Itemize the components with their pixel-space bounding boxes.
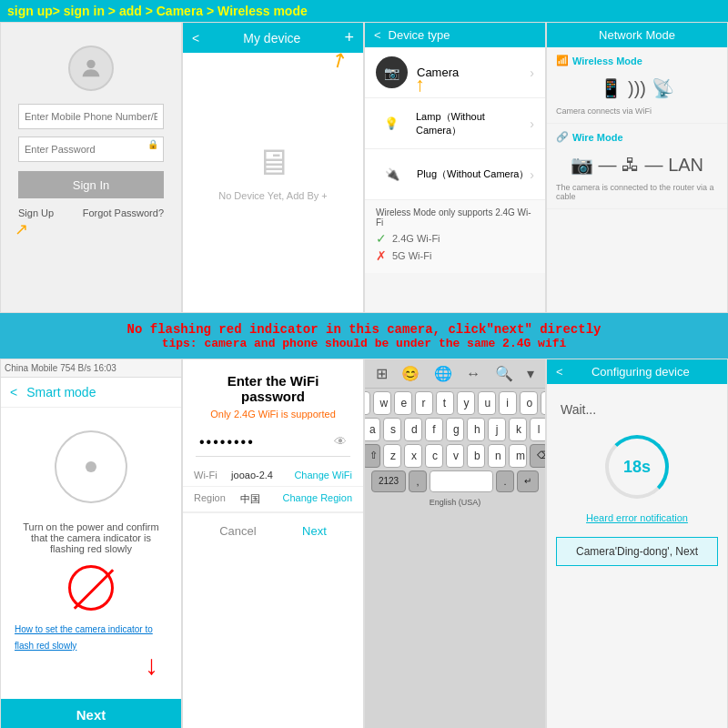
globe-tool-icon[interactable]: 🌐 [434, 365, 452, 382]
keyboard-lang: English (USA) [365, 495, 545, 510]
plug-label: Plug（Without Camera） [417, 167, 530, 181]
wifi-pwd-title: Enter the WiFi password [183, 359, 363, 409]
key-num[interactable]: 2123 [371, 470, 406, 492]
back-arrow-icon[interactable]: < [374, 28, 381, 42]
key-x[interactable]: x [404, 444, 422, 468]
signup-link[interactable]: Sign Up [18, 207, 54, 218]
smartmode-back[interactable]: < [10, 385, 17, 399]
key-shift[interactable]: ⇧ [364, 444, 380, 468]
change-region-btn[interactable]: Change Region [283, 492, 352, 506]
smartmode-titlebar: < Smart mode [1, 378, 181, 408]
flash-link-container: How to set the camera indicator to flash… [15, 620, 167, 652]
wifi-next-btn[interactable]: Next [302, 524, 327, 538]
emoji-tool-icon[interactable]: 😊 [401, 365, 420, 382]
devicetype-header: < Device type [365, 23, 545, 47]
grid-tool-icon[interactable]: ⊞ [376, 365, 388, 382]
back-icon[interactable]: < [192, 31, 199, 46]
key-u[interactable]: u [478, 391, 496, 415]
config-header: < Configuring device [547, 359, 727, 384]
next-button[interactable]: Next [1, 699, 181, 728]
wifi-24-label: 2.4G Wi-Fi [392, 233, 440, 244]
key-b[interactable]: b [467, 444, 485, 468]
wireless-section[interactable]: 📶 Wireless Mode 📱 ))) 📡 Camera connects … [547, 47, 727, 124]
key-f[interactable]: f [425, 418, 443, 441]
keyboard-panel: ⊞ 😊 🌐 ↔ 🔍 ▾ q w e r t y u i o p a s d f … [364, 359, 546, 728]
key-w[interactable]: w [373, 391, 391, 415]
wired-desc: The camera is connected to the router vi… [556, 183, 718, 201]
key-j[interactable]: j [488, 418, 506, 441]
key-v[interactable]: v [446, 444, 464, 468]
smartmode-panel: China Mobile 754 B/s 16:03 < Smart mode … [0, 359, 182, 728]
forgot-link[interactable]: Forgot Password? [83, 207, 164, 218]
add-icon[interactable]: + [344, 28, 354, 47]
camera-up-arrow: ↑ [415, 73, 425, 96]
cross-icon: ✗ [376, 248, 387, 263]
key-r[interactable]: r [415, 391, 433, 415]
region-value: 中国 [240, 492, 260, 506]
info-banner: No flashing red indicator in this camera… [0, 313, 728, 359]
camera-device-icon: 📷 [376, 56, 408, 88]
wifi-region-row: Region 中国 Change Region [183, 487, 363, 512]
down-tool-icon[interactable]: ▾ [527, 365, 534, 382]
wifi-pwd-subtitle: Only 2.4G WiFi is supported [183, 409, 363, 420]
top-banner: sign up> sign in > add > Camera > Wirele… [0, 0, 728, 22]
key-k[interactable]: k [509, 418, 527, 441]
wifi-password-input[interactable] [196, 429, 350, 457]
key-comma[interactable]: , [409, 470, 427, 492]
wireless-title: 📶 Wireless Mode [556, 55, 718, 66]
key-m[interactable]: m [509, 444, 527, 468]
devicetype-title: Device type [389, 28, 450, 42]
config-back[interactable]: < [556, 365, 563, 379]
key-space[interactable] [430, 470, 493, 492]
key-a[interactable]: a [364, 418, 380, 441]
configuring-panel: < Configuring device Wait... 18s Heard e… [546, 359, 728, 728]
camera-item[interactable]: 📷 Camera › [365, 47, 545, 98]
key-e[interactable]: e [394, 391, 412, 415]
wifi-24-item: ✓ 2.4G Wi-Fi [376, 231, 534, 246]
error-link[interactable]: Heard error notification [556, 512, 718, 523]
lamp-device-icon: 💡 [376, 107, 407, 139]
lamp-item[interactable]: 💡 Lamp（Without Camera） › [365, 98, 545, 149]
key-l[interactable]: l [530, 418, 546, 441]
wifi-cancel-btn[interactable]: Cancel [219, 524, 256, 538]
flash-link[interactable]: How to set the camera indicator to flash… [15, 624, 153, 651]
wifi-actions: Cancel Next [183, 512, 363, 549]
wired-section[interactable]: 🔗 Wire Mode 📷 — 🖧 — LAN The camera is co… [547, 124, 727, 209]
avatar [68, 46, 114, 91]
mic-tool-icon[interactable]: 🔍 [495, 365, 513, 382]
key-g[interactable]: g [446, 418, 464, 441]
ding-dong-btn[interactable]: Camera'Ding-dong', Next [556, 537, 718, 566]
slash-icon [74, 569, 115, 610]
eye-icon[interactable]: 👁 [334, 434, 347, 449]
phone-input[interactable] [18, 104, 164, 129]
key-q[interactable]: q [364, 391, 370, 415]
wifi-5-label: 5G Wi-Fi [392, 250, 431, 261]
wireless-desc: Camera connects via WiFi [556, 106, 718, 116]
key-y[interactable]: y [457, 391, 475, 415]
password-input[interactable] [18, 136, 164, 162]
key-period[interactable]: . [496, 470, 514, 492]
key-row-4: 2123 , . ↵ [367, 470, 543, 492]
key-z[interactable]: z [383, 444, 401, 468]
key-o[interactable]: o [520, 391, 538, 415]
plug-item[interactable]: 🔌 Plug（Without Camera） › [365, 149, 545, 200]
top-banner-text: sign up> sign in > add > Camera > Wirele… [7, 4, 308, 18]
arrow-tool-icon[interactable]: ↔ [466, 366, 480, 382]
key-i[interactable]: i [499, 391, 517, 415]
config-timer: 18s [605, 435, 669, 499]
change-wifi-btn[interactable]: Change WiFi [294, 470, 352, 480]
key-return[interactable]: ↵ [517, 470, 539, 492]
lock-icon: 🔒 [147, 139, 158, 149]
mydevice-panel: < My device + 🖥 No Device Yet, Add By + … [182, 22, 364, 313]
key-s[interactable]: s [383, 418, 401, 441]
key-n[interactable]: n [488, 444, 506, 468]
key-t[interactable]: t [436, 391, 454, 415]
key-h[interactable]: h [467, 418, 485, 441]
sound-circle [55, 430, 127, 503]
signin-button[interactable]: Sign In [18, 171, 164, 198]
key-d[interactable]: d [404, 418, 422, 441]
key-c[interactable]: c [425, 444, 443, 468]
key-backspace[interactable]: ⌫ [530, 444, 546, 468]
wifi-5-item: ✗ 5G Wi-Fi [376, 248, 534, 263]
camera-circle: 📷 [376, 56, 408, 88]
